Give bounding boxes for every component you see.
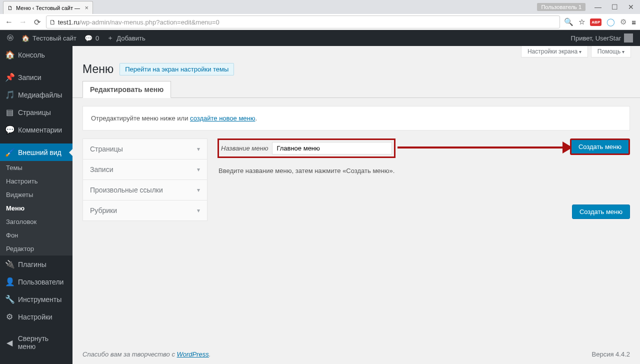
tab-title: Меню ‹ Тестовый сайт — — [16, 5, 80, 11]
users-icon: 👤 — [5, 277, 14, 286]
plus-icon: ＋ — [107, 34, 114, 42]
menu-hint: Введите название меню, затем нажмите «Со… — [218, 167, 630, 174]
submenu-editor[interactable]: Редактор — [0, 242, 72, 256]
minimize-icon[interactable]: — — [594, 3, 602, 11]
user-greeting[interactable]: Привет, UserStar — [567, 30, 637, 46]
sidebar-item-label: Настройки — [18, 313, 52, 321]
media-icon: 🎵 — [5, 90, 14, 100]
sidebar-item-label: Медиафайлы — [18, 91, 62, 99]
content-area: Настройки экрана Помощь Меню Перейти на … — [72, 46, 640, 364]
nav-tabs: Редактировать меню — [72, 81, 640, 98]
forward-button: → — [18, 18, 28, 26]
screen-options-button[interactable]: Настройки экрана — [521, 46, 588, 58]
menu-name-input[interactable] — [272, 142, 392, 154]
site-name: Тестовый сайт — [32, 34, 76, 42]
menu-name-row: Название меню Создать меню — [218, 138, 630, 158]
notice-text: Отредактируйте меню ниже или — [91, 114, 190, 122]
comments-link[interactable]: 💬0 — [80, 30, 103, 46]
page-heading-row: Меню Перейти на экран настройки темы — [72, 58, 640, 81]
accordion-label: Записи — [90, 166, 113, 174]
accordion-head: Рубрики — [83, 200, 207, 220]
sidebar-item-pages[interactable]: ▤Страницы — [0, 104, 72, 121]
sidebar-item-posts[interactable]: 📌Записи — [0, 68, 72, 86]
sidebar-item-label: Инструменты — [18, 296, 62, 304]
wp-logo[interactable]: ⓦ — [3, 30, 18, 46]
menu-form-column: Название меню Создать меню Введите назва… — [218, 138, 630, 221]
submenu-widgets[interactable]: Виджеты — [0, 188, 72, 202]
create-menu-button[interactable]: Создать меню — [570, 138, 630, 155]
sidebar-item-plugins[interactable]: 🔌Плагины — [0, 256, 72, 273]
gear-icon[interactable]: ⚙ — [620, 18, 626, 26]
accordion-label: Рубрики — [90, 206, 117, 214]
theme-locations-link[interactable]: Перейти на экран настройки темы — [120, 63, 234, 76]
sidebar-collapse[interactable]: ◀Свернуть меню — [0, 330, 72, 354]
sidebar-submenu: Темы Настроить Виджеты Меню Заголовок Фо… — [0, 161, 72, 256]
menu-edit-area: Страницы Записи Произвольные ссылки Рубр… — [72, 130, 640, 229]
address-bar: ← → ⟳ 🗋 test1.ru/wp-admin/nav-menus.php?… — [0, 14, 640, 30]
abp-icon[interactable]: ABP — [590, 18, 602, 26]
wp-version: Версия 4.4.2 — [592, 350, 630, 358]
tab-edit-menu[interactable]: Редактировать меню — [82, 81, 171, 98]
dashboard-icon: 🏠 — [5, 50, 14, 60]
sidebar-item-tools[interactable]: 🔧Инструменты — [0, 290, 72, 308]
back-button[interactable]: ← — [4, 18, 14, 26]
accordion-posts[interactable]: Записи — [82, 160, 208, 180]
accordion-head: Произвольные ссылки — [83, 180, 207, 200]
browser-tab[interactable]: 🗋 Меню ‹ Тестовый сайт — × — [3, 1, 93, 14]
accordion-pages[interactable]: Страницы — [82, 138, 208, 160]
submenu-background[interactable]: Фон — [0, 228, 72, 242]
sidebar-item-appearance[interactable]: 🖌️Внешний вид — [0, 144, 72, 161]
sidebar-item-media[interactable]: 🎵Медиафайлы — [0, 86, 72, 104]
annotation-arrow — [398, 142, 572, 154]
admin-sidebar: 🏠Консоль 📌Записи 🎵Медиафайлы ▤Страницы 💬… — [0, 46, 72, 364]
create-bottom-row: Создать меню — [218, 204, 630, 219]
accordion-label: Произвольные ссылки — [90, 186, 163, 194]
reload-button[interactable]: ⟳ — [32, 18, 42, 27]
page-icon: 🗋 — [8, 5, 13, 11]
create-menu-button-bottom[interactable]: Создать меню — [572, 204, 630, 219]
submenu-themes[interactable]: Темы — [0, 161, 72, 174]
sidebar-item-comments[interactable]: 💬Комментарии — [0, 121, 72, 138]
site-link[interactable]: 🏠Тестовый сайт — [18, 30, 80, 46]
menu-icon[interactable]: ≡ — [632, 18, 636, 26]
highlight-create-button: Создать меню — [570, 138, 630, 155]
submenu-header[interactable]: Заголовок — [0, 215, 72, 228]
sidebar-item-users[interactable]: 👤Пользователи — [0, 273, 72, 290]
zoom-icon[interactable]: 🔍 — [564, 18, 574, 26]
accordion-head: Страницы — [83, 139, 207, 159]
sidebar-item-settings[interactable]: ⚙Настройки — [0, 308, 72, 326]
comment-icon: 💬 — [84, 34, 92, 42]
url-path: /wp-admin/nav-menus.php?action=edit&menu… — [80, 18, 220, 26]
comments-count: 0 — [96, 34, 99, 42]
sidebar-item-label: Страницы — [18, 108, 51, 116]
footer-thanks: Спасибо вам за творчество с WordPress. — [82, 350, 210, 358]
collapse-icon: ◀ — [5, 338, 14, 348]
sidebar-item-label: Записи — [18, 74, 41, 82]
profile-badge[interactable]: Пользователь 1 — [537, 3, 586, 11]
sidebar-item-label: Внешний вид — [18, 148, 62, 156]
maximize-icon[interactable]: ☐ — [612, 3, 618, 11]
sidebar-item-label: Комментарии — [18, 126, 62, 134]
help-button[interactable]: Помощь — [591, 46, 631, 58]
accordion-column: Страницы Записи Произвольные ссылки Рубр… — [82, 138, 208, 221]
close-window-icon[interactable]: ✕ — [628, 3, 634, 11]
submenu-customize[interactable]: Настроить — [0, 174, 72, 188]
wordpress-link[interactable]: WordPress — [177, 350, 209, 358]
close-icon[interactable]: × — [84, 4, 88, 12]
accordion-links[interactable]: Произвольные ссылки — [82, 180, 208, 200]
add-new-link[interactable]: ＋Добавить — [103, 30, 149, 46]
browser-tab-bar: 🗋 Меню ‹ Тестовый сайт — × Пользователь … — [0, 0, 640, 14]
window-controls: — ☐ ✕ — [594, 3, 634, 11]
tools-icon: 🔧 — [5, 294, 14, 304]
star-icon[interactable]: ☆ — [578, 18, 585, 26]
url-input[interactable]: 🗋 test1.ru/wp-admin/nav-menus.php?action… — [46, 16, 560, 28]
sidebar-item-dashboard[interactable]: 🏠Консоль — [0, 46, 72, 64]
submenu-menus[interactable]: Меню — [0, 202, 72, 215]
sync-icon[interactable]: ◯ — [606, 18, 615, 26]
admin-footer: Спасибо вам за творчество с WordPress. В… — [72, 344, 640, 364]
create-menu-link[interactable]: создайте новое меню — [190, 114, 255, 122]
page-icon: 🗋 — [50, 18, 58, 26]
accordion-categories[interactable]: Рубрики — [82, 200, 208, 221]
comments-icon: 💬 — [5, 125, 14, 134]
plugins-icon: 🔌 — [5, 260, 14, 269]
